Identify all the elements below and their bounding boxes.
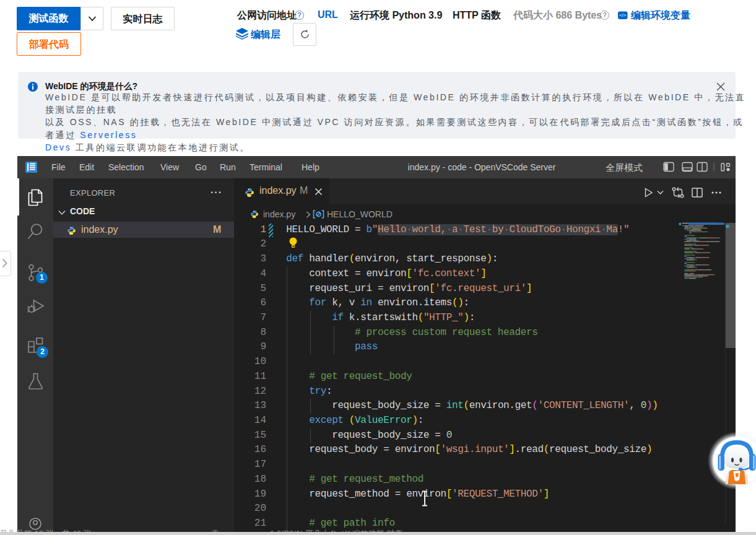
svg-text:</>: </> — [619, 12, 626, 18]
